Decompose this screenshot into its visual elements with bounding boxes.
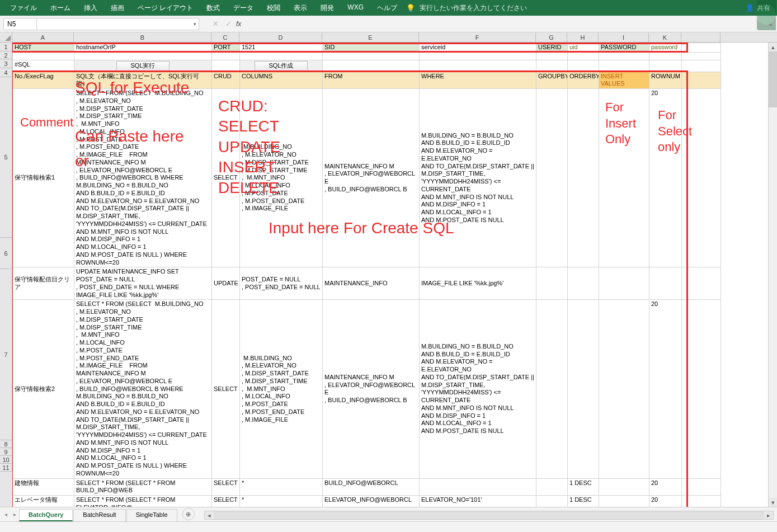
scroll-down-icon[interactable]: ▾ (769, 498, 777, 507)
hdr-A[interactable]: No./ExecFLag (13, 72, 74, 89)
cell-userid-value[interactable]: uid (568, 43, 599, 53)
row-header-6[interactable]: 6 (0, 238, 12, 269)
cell-host-value[interactable]: hostnameOrIP (74, 43, 212, 53)
row-b[interactable]: SELECT * FROM (SELECT M.BUILDING_NO , M.… (74, 300, 212, 478)
row-k[interactable]: 20 (649, 89, 682, 267)
hdr-C[interactable]: CRUD (212, 72, 240, 89)
row-c[interactable]: SELECT (212, 89, 240, 267)
row-f[interactable] (420, 478, 536, 496)
row-a[interactable]: エレベータ情報 (13, 496, 74, 507)
row-e[interactable]: ELEVATOR_INFO@WEBORCL (323, 496, 420, 507)
hdr-insert-values[interactable]: INSERT VALUES (599, 72, 649, 89)
row-a[interactable]: 保守情報検索2 (13, 300, 74, 478)
formula-bar-expand-icon[interactable]: ⌄ (764, 20, 777, 27)
row-c[interactable]: SELECT (212, 300, 240, 478)
ribbon-tab-表示[interactable]: 表示 (287, 3, 314, 13)
cell-blank[interactable] (599, 52, 649, 60)
sheet-tab-BatchResult[interactable]: BatchResult (73, 509, 125, 521)
cell-blank[interactable] (212, 52, 240, 60)
row-b[interactable]: UPDATE MAINTENANCE_INFO SET POST_DATE = … (74, 267, 212, 300)
cell-blank[interactable] (568, 60, 599, 72)
cell-blank[interactable] (682, 478, 721, 496)
ribbon-tab-ページ レイアウト[interactable]: ページ レイアウト (131, 3, 200, 13)
row-d[interactable]: M.BUILDING_NO , M.ELEVATOR_NO , M.DISP_S… (240, 300, 323, 478)
row-f[interactable]: M.BUILDING_NO = B.BUILD_NO AND B.BUILD_I… (420, 300, 536, 478)
cell-password-value[interactable]: password (649, 43, 682, 53)
cell-blank[interactable] (649, 52, 682, 60)
row-g[interactable] (536, 478, 568, 496)
scroll-thumb-v[interactable] (769, 51, 777, 107)
ribbon-tab-データ[interactable]: データ (227, 3, 260, 13)
prev-sheet-icon[interactable]: ◂ (2, 511, 10, 517)
row-c[interactable]: UPDATE (212, 267, 240, 300)
col-header-D[interactable]: D (239, 32, 322, 42)
col-header-spare[interactable] (681, 32, 721, 42)
row-k[interactable]: 20 (649, 496, 682, 507)
row-d[interactable]: POST_DATE = NULL , POST_END_DATE = NULL (240, 267, 323, 300)
name-box[interactable]: N5 (3, 18, 37, 30)
row-g[interactable] (536, 496, 568, 507)
row-header-4[interactable]: 4 (0, 68, 12, 77)
cell-userid-label[interactable]: USERID (536, 43, 568, 53)
cell-blank[interactable] (682, 300, 721, 478)
row-e[interactable]: BUILD_INFO@WEBORCL (323, 478, 420, 496)
cell-blank[interactable] (212, 60, 240, 72)
row-f[interactable]: M.BUILDING_NO = B.BUILD_NO AND B.BUILD_I… (420, 89, 536, 267)
cell-blank[interactable] (682, 72, 721, 89)
row-header-2[interactable]: 2 (0, 51, 12, 59)
next-sheet-icon[interactable]: ▸ (11, 511, 18, 517)
cell-blank[interactable] (74, 52, 212, 60)
row-i[interactable] (599, 478, 649, 496)
row-e[interactable]: MAINTENANCE_INFO (323, 267, 420, 300)
cell-blank[interactable] (682, 89, 721, 267)
sql-create-button[interactable]: SQL作成 (240, 60, 323, 72)
row-h[interactable] (568, 267, 599, 300)
row-d[interactable]: * (240, 496, 323, 507)
cell-port-value[interactable]: 1521 (240, 43, 323, 53)
row-i[interactable] (599, 300, 649, 478)
row-g[interactable] (536, 89, 568, 267)
cell-blank[interactable] (568, 52, 599, 60)
hdr-B[interactable]: SQL文（本欄に直接コピーして、SQL実行可能） (74, 72, 212, 89)
row-d[interactable]: * (240, 478, 323, 496)
row-header-10[interactable]: 10 (0, 456, 12, 464)
cell-sid-label[interactable]: SID (323, 43, 420, 53)
col-header-B[interactable]: B (74, 32, 211, 42)
ribbon-tab-描画[interactable]: 描画 (104, 3, 131, 13)
enter-icon[interactable]: ✓ (225, 20, 232, 28)
cancel-icon[interactable]: ✕ (213, 20, 219, 28)
select-all-triangle[interactable] (0, 32, 12, 42)
col-header-K[interactable]: K (649, 32, 681, 42)
hdr-E[interactable]: FROM (323, 72, 420, 89)
row-i[interactable] (599, 89, 649, 267)
tell-me-field[interactable]: 実行したい作業を入力してください (415, 3, 531, 13)
row-e[interactable]: MAINTENANCE_INFO M , ELEVATOR_INFO@WEBOR… (323, 89, 420, 267)
row-b[interactable]: SELECT * FROM (SELECT * FROM ELEVATOR_IN… (74, 496, 212, 507)
sheet-tab-SingleTable[interactable]: SingleTable (126, 509, 177, 521)
vertical-scrollbar[interactable]: ▴ ▾ (768, 43, 777, 507)
row-k[interactable]: 20 (649, 478, 682, 496)
row-k[interactable]: 20 (649, 300, 682, 478)
row-e[interactable]: MAINTENANCE_INFO M , ELEVATOR_INFO@WEBOR… (323, 300, 420, 478)
ribbon-tab-開発[interactable]: 開発 (314, 3, 341, 13)
row-c[interactable]: SELECT (212, 478, 240, 496)
sheet-tab-BatchQuery[interactable]: BatchQuery (19, 509, 73, 521)
row-a[interactable]: 保守情報検索1 (13, 89, 74, 267)
horizontal-scrollbar[interactable]: ◂ ▸ (204, 511, 774, 520)
hdr-rownum[interactable]: ROWNUM (649, 72, 682, 89)
row-c[interactable]: SELECT (212, 496, 240, 507)
cell-blank[interactable] (682, 52, 721, 60)
hdr-H[interactable]: ORDERBY (568, 72, 599, 89)
fx-icon[interactable]: fx (236, 20, 241, 28)
cell-blank[interactable] (649, 60, 682, 72)
cells-viewport[interactable]: HOSThostnameOrIPPORT1521SIDserviceidUSER… (12, 43, 777, 507)
row-h[interactable] (568, 300, 599, 478)
ribbon-tab-挿入[interactable]: 挿入 (77, 3, 104, 13)
row-h[interactable]: 1 DESC (568, 496, 599, 507)
cell-blank[interactable] (323, 52, 420, 60)
hdr-G[interactable]: GROUPBY (536, 72, 568, 89)
row-g[interactable] (536, 267, 568, 300)
col-header-I[interactable]: I (599, 32, 649, 42)
row-header-9[interactable]: 9 (0, 448, 12, 456)
row-k[interactable] (649, 267, 682, 300)
